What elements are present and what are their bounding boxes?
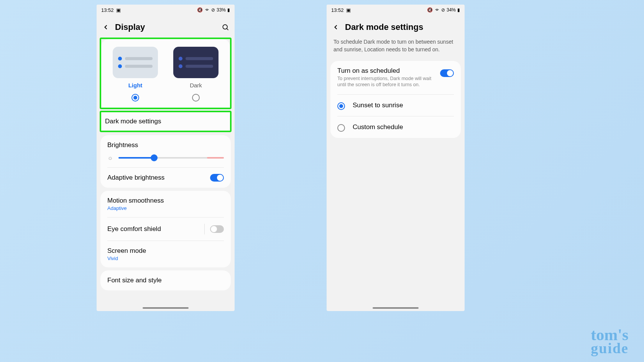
brightness-slider[interactable] [118,157,224,159]
font-row[interactable]: Font size and style [100,270,231,290]
option-custom-row[interactable]: Custom schedule [330,116,461,138]
option-sunset-row[interactable]: Sunset to sunrise [330,95,461,116]
mute-icon: 🔇 [197,7,203,13]
battery-text: 33% [217,7,226,13]
eye-comfort-label: Eye comfort shield [107,225,161,233]
image-icon: ▣ [346,7,351,13]
scheduled-label: Turn on as scheduled [337,67,435,75]
radio-custom[interactable] [337,124,345,132]
screen-mode-row[interactable]: Screen mode Vivid [100,241,231,267]
page-title: Display [115,22,216,32]
dark-mode-settings-row[interactable]: Dark mode settings [101,112,230,131]
search-icon[interactable] [222,23,229,31]
battery-text: 34% [447,7,456,13]
app-bar: Dark mode settings [327,15,465,36]
phone-display-screen: 13:52 ▣ 🔇 ⊘ 33% ▮ Display [97,5,235,311]
scheduled-toggle[interactable] [440,69,454,77]
highlight-theme-selector: Light Dark [100,38,232,109]
schedule-info-text: To schedule Dark mode to turn on between… [327,36,465,58]
motion-smoothness-label: Motion smoothness [107,197,164,205]
radio-light[interactable] [131,94,139,102]
option-custom-label: Custom schedule [353,123,403,131]
svg-point-0 [223,25,227,29]
font-label: Font size and style [107,277,162,284]
status-time: 13:52 [101,7,114,13]
mute-icon: 🔇 [427,7,433,13]
theme-light-label: Light [128,82,143,88]
brightness-slider-row: ☼ [100,153,231,167]
battery-icon: ▮ [227,7,230,13]
scheduled-row[interactable]: Turn on as scheduled To prevent interrup… [330,61,461,94]
schedule-card: Turn on as scheduled To prevent interrup… [330,61,461,138]
theme-preview-light [113,47,158,78]
brightness-title: Brightness [100,135,231,153]
no-data-icon: ⊘ [441,7,445,13]
theme-preview-dark [173,47,219,78]
image-icon: ▣ [116,7,121,13]
screen-mode-value: Vivid [107,256,146,261]
theme-selector: Light Dark [101,39,230,108]
font-card: Font size and style [100,270,231,290]
phone-darkmode-screen: 13:52 ▣ 🔇 ⊘ 34% ▮ Dark mode settings To … [327,5,465,311]
screen-mode-label: Screen mode [107,247,146,255]
eye-comfort-row[interactable]: Eye comfort shield [100,218,231,241]
dark-mode-settings-label: Dark mode settings [105,118,161,125]
back-icon[interactable] [102,23,110,31]
status-time: 13:52 [331,7,344,13]
battery-icon: ▮ [457,7,460,13]
sun-icon: ☼ [107,154,113,161]
adaptive-brightness-toggle[interactable] [210,174,224,182]
back-icon[interactable] [332,23,340,31]
gesture-bar[interactable] [373,307,419,309]
radio-sunset[interactable] [337,102,345,110]
page-title: Dark mode settings [345,22,459,32]
brightness-card: Brightness ☼ Adaptive brightness [100,135,231,188]
status-bar: 13:52 ▣ 🔇 ⊘ 34% ▮ [327,5,465,15]
gesture-bar[interactable] [143,307,189,309]
eye-comfort-toggle[interactable] [210,225,224,233]
motion-smoothness-row[interactable]: Motion smoothness Adaptive [100,191,231,217]
watermark-logo: tom's guide [591,328,629,354]
display-options-card: Motion smoothness Adaptive Eye comfort s… [100,191,231,267]
theme-option-dark[interactable]: Dark [173,47,219,102]
highlight-dark-mode-settings: Dark mode settings [100,111,232,132]
theme-dark-label: Dark [190,82,202,88]
motion-smoothness-value: Adaptive [107,205,164,211]
scheduled-sub: To prevent interruptions, Dark mode will… [337,75,435,88]
svg-line-1 [227,29,228,30]
app-bar: Display [97,15,235,36]
radio-dark[interactable] [192,94,200,102]
wifi-icon [434,7,440,13]
adaptive-brightness-row[interactable]: Adaptive brightness [100,168,231,188]
no-data-icon: ⊘ [211,7,215,13]
adaptive-brightness-label: Adaptive brightness [107,174,164,182]
option-sunset-label: Sunset to sunrise [353,102,403,109]
theme-option-light[interactable]: Light [113,47,158,102]
status-bar: 13:52 ▣ 🔇 ⊘ 33% ▮ [97,5,235,15]
wifi-icon [204,7,210,13]
watermark-line2: guide [591,342,629,354]
